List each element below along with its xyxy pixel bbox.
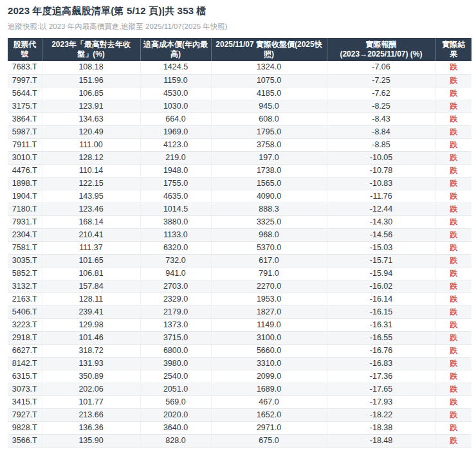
cell-cost_price: 664.0 (140, 113, 211, 125)
cell-close_price: 2099.0 (211, 370, 327, 383)
cell-actual_return: -16.14 (327, 293, 435, 305)
cell-close_price: 1149.0 (211, 318, 327, 331)
cell-surge_pct: 110.14 (42, 164, 140, 177)
table-row: 3415.T101.77569.0467.0-17.93跌 (8, 395, 471, 408)
cell-close_price: 1795.0 (211, 125, 327, 138)
cell-close_price: 2971.0 (211, 421, 327, 434)
cell-close_price: 1652.0 (211, 408, 327, 421)
cell-actual_return: -8.85 (327, 138, 435, 151)
cell-code: 5987.T (8, 125, 42, 138)
cell-code: 4476.T (8, 164, 42, 177)
cell-cost_price: 3980.0 (140, 357, 211, 370)
cell-close_price: 1953.0 (211, 293, 327, 305)
cell-result: 跌 (435, 113, 471, 125)
cell-result: 跌 (435, 190, 471, 203)
table-row: 7931.T168.143880.03325.0-14.30跌 (8, 215, 471, 228)
cell-surge_pct: 111.37 (42, 241, 140, 254)
table-body: 7683.T108.181424.51324.0-7.06跌7997.T151.… (8, 61, 471, 447)
cell-close_price: 467.0 (211, 395, 327, 408)
cell-actual_return: -18.22 (327, 408, 435, 421)
cell-surge_pct: 134.63 (42, 113, 140, 125)
cell-actual_return: -7.62 (327, 87, 435, 100)
cell-cost_price: 2329.0 (140, 293, 211, 305)
cell-code: 3132.T (8, 280, 42, 293)
cell-cost_price: 732.0 (140, 254, 211, 267)
cell-code: 7997.T (8, 74, 42, 87)
column-header-close_price: 2025/11/07 實際收盤價(2025快照) (211, 38, 327, 61)
cell-surge_pct: 106.85 (42, 87, 140, 100)
page-subtitle: 追蹤快照:以 2023 年內最高價買進,追蹤至 2025/11/07(2025 … (8, 22, 471, 32)
cell-cost_price: 6800.0 (140, 344, 211, 357)
cell-result: 跌 (435, 434, 471, 447)
cell-close_price: 675.0 (211, 434, 327, 447)
table-row: 5852.T106.81941.0791.0-15.94跌 (8, 267, 471, 280)
table-row: 7927.T213.662020.01652.0-18.22跌 (8, 408, 471, 421)
cell-actual_return: -8.43 (327, 113, 435, 125)
cell-actual_return: -16.31 (327, 318, 435, 331)
cell-code: 2163.T (8, 293, 42, 305)
cell-actual_return: -10.05 (327, 151, 435, 164)
cell-actual_return: -8.25 (327, 100, 435, 113)
cell-code: 3035.T (8, 254, 42, 267)
cell-cost_price: 2051.0 (140, 383, 211, 395)
cell-surge_pct: 318.72 (42, 344, 140, 357)
cell-close_price: 3325.0 (211, 215, 327, 228)
cell-result: 跌 (435, 357, 471, 370)
cell-close_price: 617.0 (211, 254, 327, 267)
cell-actual_return: -16.76 (327, 344, 435, 357)
cell-actual_return: -10.78 (327, 164, 435, 177)
cell-cost_price: 3715.0 (140, 331, 211, 344)
cell-code: 5644.T (8, 87, 42, 100)
cell-code: 3010.T (8, 151, 42, 164)
cell-cost_price: 1424.5 (140, 61, 211, 74)
cell-actual_return: -17.36 (327, 370, 435, 383)
cell-close_price: 968.0 (211, 228, 327, 241)
cell-surge_pct: 168.14 (42, 215, 140, 228)
cell-result: 跌 (435, 408, 471, 421)
cell-close_price: 3100.0 (211, 331, 327, 344)
cell-close_price: 4185.0 (211, 87, 327, 100)
cell-result: 跌 (435, 344, 471, 357)
cell-surge_pct: 106.81 (42, 267, 140, 280)
table-row: 4476.T110.141948.01738.0-10.78跌 (8, 164, 471, 177)
cell-result: 跌 (435, 267, 471, 280)
cell-actual_return: -16.55 (327, 331, 435, 344)
table-row: 9828.T136.363640.02971.0-18.38跌 (8, 421, 471, 434)
cell-actual_return: -15.71 (327, 254, 435, 267)
cell-result: 跌 (435, 228, 471, 241)
table-row: 3175.T123.911030.0945.0-8.25跌 (8, 100, 471, 113)
cell-actual_return: -7.25 (327, 74, 435, 87)
table-row: 7911.T111.004123.03758.0-8.85跌 (8, 138, 471, 151)
cell-surge_pct: 111.00 (42, 138, 140, 151)
cell-close_price: 1075.0 (211, 74, 327, 87)
cell-cost_price: 2540.0 (140, 370, 211, 383)
cell-cost_price: 1133.0 (140, 228, 211, 241)
table-row: 6315.T350.892540.02099.0-17.36跌 (8, 370, 471, 383)
cell-surge_pct: 120.49 (42, 125, 140, 138)
cell-result: 跌 (435, 74, 471, 87)
cell-surge_pct: 128.12 (42, 151, 140, 164)
page-title: 2023 年度追高飆股清單(第 5/12 頁)|共 353 檔 (8, 5, 471, 17)
table-row: 5987.T120.491969.01795.0-8.84跌 (8, 125, 471, 138)
table-header-row: 股票代號2023年「最高對去年收盤」(%)追高成本價(年內最高)2025/11/… (8, 38, 471, 61)
cell-surge_pct: 123.46 (42, 203, 140, 215)
cell-surge_pct: 108.18 (42, 61, 140, 74)
cell-cost_price: 6320.0 (140, 241, 211, 254)
table-row: 7180.T123.461014.5888.3-12.44跌 (8, 203, 471, 215)
cell-result: 跌 (435, 383, 471, 395)
cell-result: 跌 (435, 280, 471, 293)
cell-cost_price: 3640.0 (140, 421, 211, 434)
cell-cost_price: 2020.0 (140, 408, 211, 421)
cell-surge_pct: 143.95 (42, 190, 140, 203)
cell-surge_pct: 239.41 (42, 305, 140, 318)
cell-result: 跌 (435, 318, 471, 331)
cell-code: 3566.T (8, 434, 42, 447)
cell-code: 5852.T (8, 267, 42, 280)
cell-surge_pct: 131.93 (42, 357, 140, 370)
cell-code: 9828.T (8, 421, 42, 434)
stocks-table: 股票代號2023年「最高對去年收盤」(%)追高成本價(年內最高)2025/11/… (8, 38, 471, 448)
cell-close_price: 1324.0 (211, 61, 327, 74)
cell-close_price: 5370.0 (211, 241, 327, 254)
cell-code: 7927.T (8, 408, 42, 421)
table-row: 1904.T143.954635.04090.0-11.76跌 (8, 190, 471, 203)
